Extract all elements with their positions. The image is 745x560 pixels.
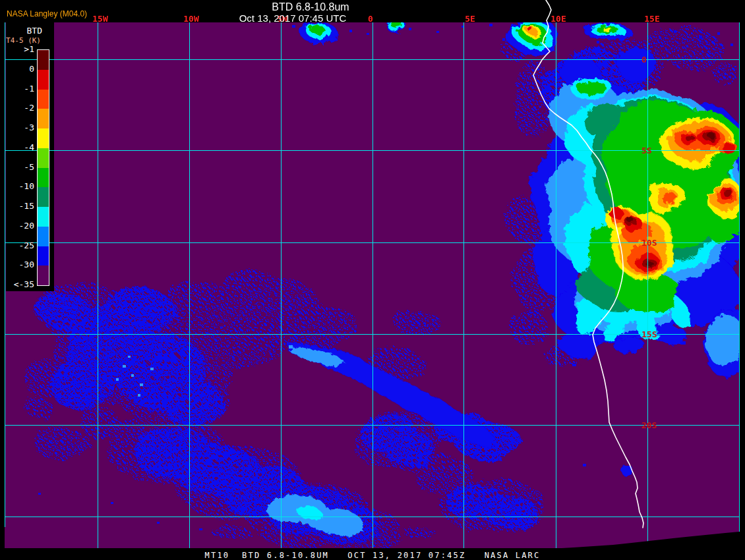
map-timestamp: Oct 13, 2017 07:45 UTC xyxy=(239,13,347,24)
lat-label-20S: 20S xyxy=(641,420,657,430)
legend-swatch-10 xyxy=(38,246,49,266)
legend-tick--10: -10 xyxy=(6,181,34,191)
screen: { "header": { "credit": "NASA Langley (M… xyxy=(0,0,745,560)
legend-tick->1: >1 xyxy=(6,44,34,54)
lon-label-0: 0 xyxy=(368,14,373,24)
lat-label-0: 0 xyxy=(641,55,647,65)
legend-swatch-3 xyxy=(38,109,49,128)
legend-tick--4: -4 xyxy=(6,142,34,152)
legend-swatch-9 xyxy=(38,227,49,246)
lon-label-5E: 5E xyxy=(465,14,475,24)
map-title: BTD 6.8-10.8um xyxy=(272,1,349,13)
legend-tick--5: -5 xyxy=(6,162,34,172)
lat-label-5S: 5S xyxy=(641,146,652,155)
legend-tick--3: -3 xyxy=(6,123,34,132)
satellite-map xyxy=(0,0,745,560)
legend-tick--25: -25 xyxy=(6,240,34,250)
legend-swatch-11 xyxy=(38,266,49,285)
legend-color-bar xyxy=(37,49,49,286)
lat-label-15S: 15S xyxy=(641,329,657,339)
legend-tick--1: -1 xyxy=(6,84,34,94)
lat-label-10S: 10S xyxy=(641,238,657,248)
legend-swatch-5 xyxy=(38,148,49,168)
legend-title: BTD xyxy=(6,26,42,36)
legend-tick--15: -15 xyxy=(6,201,34,211)
legend-tick--30: -30 xyxy=(6,260,34,269)
legend-tick-<-35: <-35 xyxy=(6,279,34,289)
legend-swatch-2 xyxy=(38,90,49,109)
lon-label-15E: 15E xyxy=(644,14,659,24)
legend-swatch-7 xyxy=(38,187,49,207)
legend-tick--20: -20 xyxy=(6,221,34,231)
map-data-layer xyxy=(5,18,745,553)
legend-swatch-1 xyxy=(38,70,49,90)
legend-swatch-8 xyxy=(38,207,49,227)
lon-label-10E: 10E xyxy=(551,14,566,24)
legend-tick-0: 0 xyxy=(6,64,34,74)
color-scale-legend: BTD T4-5 (K) >10-1-2-3-4-5-10-15-20-25-3… xyxy=(6,22,54,291)
legend-swatch-0 xyxy=(38,50,49,70)
agency-credit: NASA Langley (M04.0) xyxy=(7,9,87,18)
legend-tick--2: -2 xyxy=(6,103,34,113)
status-bar: MT10 BTD 6.8-10.8UM OCT 13, 2017 07:45Z … xyxy=(0,551,745,560)
lon-label-10W: 10W xyxy=(183,14,198,24)
legend-swatch-4 xyxy=(38,128,49,148)
lon-label-15W: 15W xyxy=(92,14,107,24)
legend-swatch-6 xyxy=(38,168,49,188)
